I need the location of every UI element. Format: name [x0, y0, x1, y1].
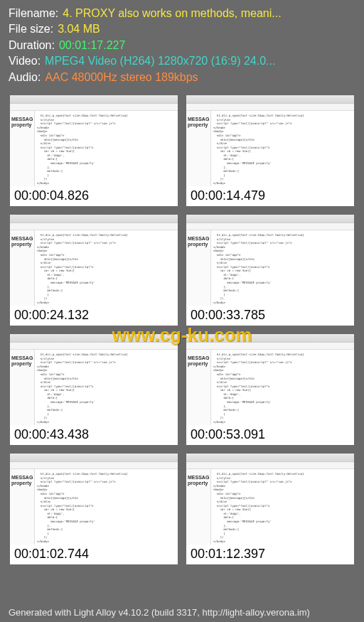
thumbnail-timestamp: 00:00:14.479	[186, 186, 354, 206]
thumbnail-timestamp: 00:00:24.132	[10, 306, 178, 326]
metadata-panel: Filename: 4. PROXY also works on methods…	[0, 0, 364, 92]
thumbnail-image: MESSAG property h1,div,p,span{font-size:…	[186, 334, 354, 425]
filesize-row: File size: 3.04 MB	[9, 21, 355, 37]
footer-text: Generated with Light Alloy v4.10.2 (buil…	[9, 607, 310, 618]
filesize-label: File size:	[9, 21, 53, 37]
filename-row: Filename: 4. PROXY also works on methods…	[9, 6, 355, 21]
audio-label: Audio:	[9, 70, 41, 85]
thumbnail-item[interactable]: MESSAG property h1,div,p,span{font-size:…	[186, 334, 354, 445]
thumbnail-timestamp: 00:00:43.438	[10, 425, 178, 445]
thumbnail-image: MESSAG property h1,div,p,span{font-size:…	[186, 454, 354, 545]
filesize-value: 3.04 MB	[58, 21, 100, 37]
thumbnail-item[interactable]: MESSAG property h1,div,p,span{font-size:…	[10, 215, 178, 326]
duration-value: 00:01:17.227	[59, 38, 125, 53]
thumbnail-grid: MESSAG property h1,div,p,span{font-size:…	[0, 92, 364, 570]
thumbnail-image: MESSAG property h1,div,p,span{font-size:…	[10, 454, 178, 545]
duration-label: Duration:	[9, 38, 55, 53]
thumbnail-item[interactable]: MESSAG property h1,div,p,span{font-size:…	[186, 454, 354, 564]
thumbnail-item[interactable]: MESSAG property h1,div,p,span{font-size:…	[186, 215, 354, 326]
video-value: MPEG4 Video (H264) 1280x720 (16:9) 24.0.…	[45, 53, 275, 69]
filename-value: 4. PROXY also works on methods, meani...	[63, 6, 281, 21]
filename-label: Filename:	[9, 6, 58, 21]
thumbnail-image: MESSAG property h1,div,p,span{font-size:…	[10, 215, 178, 306]
thumbnail-item[interactable]: MESSAG property h1,div,p,span{font-size:…	[10, 454, 178, 564]
thumbnail-timestamp: 00:00:33.785	[186, 306, 354, 326]
duration-row: Duration: 00:01:17.227	[9, 38, 355, 53]
video-label: Video:	[9, 53, 41, 69]
thumbnail-image: MESSAG property h1,div,p,span{font-size:…	[186, 215, 354, 306]
audio-row: Audio: AAC 48000Hz stereo 189kbps	[9, 70, 355, 85]
thumbnail-timestamp: 00:00:53.091	[186, 425, 354, 445]
thumbnail-timestamp: 00:00:04.826	[10, 186, 178, 206]
thumbnail-timestamp: 00:01:02.744	[10, 545, 178, 564]
thumbnail-image: MESSAG property h1,div,p,span{font-size:…	[186, 95, 354, 186]
thumbnail-item[interactable]: MESSAG property h1,div,p,span{font-size:…	[186, 95, 354, 206]
video-row: Video: MPEG4 Video (H264) 1280x720 (16:9…	[9, 53, 355, 69]
thumbnail-image: MESSAG property h1,div,p,span{font-size:…	[10, 334, 178, 425]
thumbnail-item[interactable]: MESSAG property h1,div,p,span{font-size:…	[10, 334, 178, 445]
audio-value: AAC 48000Hz stereo 189kbps	[45, 70, 198, 85]
thumbnail-image: MESSAG property h1,div,p,span{font-size:…	[10, 95, 178, 186]
thumbnail-item[interactable]: MESSAG property h1,div,p,span{font-size:…	[10, 95, 178, 206]
thumbnail-timestamp: 00:01:12.397	[186, 545, 354, 564]
